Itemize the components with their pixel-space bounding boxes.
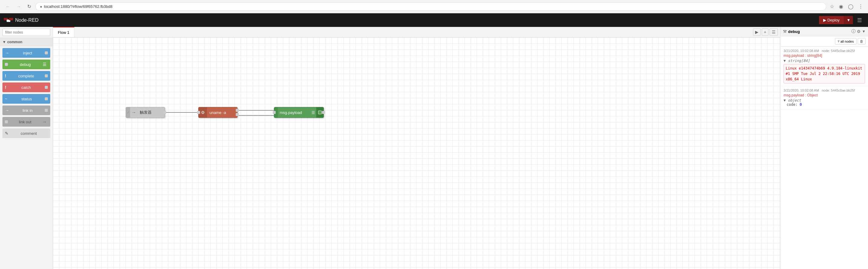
- debug-settings-button[interactable]: ⚙: [857, 29, 861, 34]
- deploy-arrow-button[interactable]: ▼: [844, 16, 853, 24]
- payload-right-indicator: [318, 111, 322, 114]
- back-button[interactable]: ←: [4, 3, 12, 10]
- debug-entry-1: 3/21/2020, 10:02:08 AM node: 5445c0ae.bb…: [780, 46, 868, 86]
- comment-icon: ✎: [5, 131, 8, 136]
- palette-node-comment[interactable]: ✎ comment: [2, 129, 50, 138]
- debug-clear-button[interactable]: 🗑: [858, 38, 866, 44]
- palette-node-catch[interactable]: ! catch: [2, 82, 50, 92]
- flow-tab-1-label: Flow 1: [58, 30, 69, 35]
- palette-node-link-out[interactable]: link out →: [2, 117, 50, 127]
- menu-btn[interactable]: ⋮: [857, 3, 864, 10]
- debug-title: debug: [788, 29, 850, 34]
- flow-tab-1[interactable]: Flow 1: [53, 27, 74, 37]
- reload-button[interactable]: ↻: [25, 2, 33, 10]
- svg-rect-2: [9, 18, 13, 20]
- flow-add-button[interactable]: +: [762, 28, 768, 36]
- bookmark-btn[interactable]: ☆: [829, 3, 835, 10]
- link-in-port-right: [45, 109, 48, 112]
- status-label: status: [8, 97, 45, 101]
- filter-icon: ▿: [838, 39, 840, 43]
- deploy-icon: ▶: [823, 18, 826, 22]
- palette-node-debug[interactable]: debug ☰: [2, 60, 50, 69]
- debug-toolbar: ▿ all nodes 🗑: [780, 36, 868, 46]
- trigger-icon: →: [130, 110, 137, 115]
- flow-tabs: Flow 1 ▶ + ☰: [53, 27, 780, 37]
- debug-label: debug: [8, 62, 43, 67]
- catch-label: catch: [7, 85, 45, 90]
- debug-entry-1-type: string[84]: [788, 59, 810, 63]
- flow-run-button[interactable]: ▶: [753, 28, 761, 36]
- palette-node-link-in[interactable]: → link in: [2, 105, 50, 115]
- complete-icon: !: [5, 73, 6, 78]
- flow-workspace: Flow 1 ▶ + ☰: [53, 27, 780, 269]
- flow-list-button[interactable]: ☰: [770, 28, 778, 36]
- debug-title-icon: ⚒: [783, 29, 787, 34]
- payload-port-right: [322, 111, 325, 114]
- debug-entry-2-link[interactable]: msg.payload : Object: [783, 93, 865, 97]
- url-text: localhost:1880/?#flow/69f65762.fb3bd8: [44, 4, 112, 9]
- debug-entry-1-node: node: 5445c0ae.bb25f: [822, 49, 855, 53]
- nodered-logo: Node-RED: [4, 17, 38, 23]
- debug-entry-2-object: code: 0: [786, 102, 865, 107]
- canvas-connections: [53, 37, 780, 269]
- topbar-right: ▶ Deploy ▼ ☰: [819, 16, 864, 25]
- canvas-area[interactable]: ✓ → 触发器 ⚙ uname -a: [53, 37, 780, 269]
- payload-label: msg.payload: [278, 110, 310, 115]
- debug-entry-2-timestamp: 3/21/2020, 10:02:08 AM: [783, 89, 819, 92]
- filter-nodes-input[interactable]: [2, 29, 50, 36]
- canvas-node-uname[interactable]: ⚙ uname -a: [198, 107, 238, 118]
- trigger-node-left: ✓: [126, 107, 130, 117]
- trigger-check-icon: ✓: [127, 111, 129, 114]
- palette-node-status[interactable]: ~ status: [2, 94, 50, 104]
- uname-gear-icon: ⚙: [201, 110, 205, 115]
- debug-entry-1-toggle[interactable]: ▼: [783, 59, 786, 63]
- topbar-title: Node-RED: [15, 18, 38, 23]
- debug-port-left: [5, 63, 8, 66]
- catch-port-right: [45, 86, 48, 89]
- uname-port-right-bottom: [236, 113, 239, 116]
- forward-button[interactable]: →: [14, 3, 23, 10]
- palette-node-inject[interactable]: → inject: [2, 48, 50, 58]
- debug-entry-2-prop-code: code: 0: [786, 102, 802, 107]
- node-palette: ▼ common → inject debug ☰ !: [0, 27, 53, 269]
- debug-entry-1-link[interactable]: msg.payload : string[84]: [783, 54, 865, 58]
- palette-node-complete[interactable]: ! complete: [2, 71, 50, 81]
- debug-content: 3/21/2020, 10:02:08 AM node: 5445c0ae.bb…: [780, 46, 868, 269]
- link-in-label: link in: [10, 108, 45, 113]
- debug-sidebar-collapse[interactable]: ▼: [862, 29, 866, 34]
- address-bar[interactable]: ● localhost:1880/?#flow/69f65762.fb3bd8: [35, 2, 826, 10]
- link-in-icon: →: [5, 108, 9, 113]
- comment-label: comment: [10, 131, 48, 136]
- category-toggle-icon: ▼: [2, 40, 6, 44]
- deploy-button[interactable]: ▶ Deploy: [819, 16, 844, 24]
- browser-chrome: ← → ↻ ● localhost:1880/?#flow/69f65762.f…: [0, 0, 868, 13]
- deploy-label: Deploy: [828, 18, 840, 22]
- debug-entry-2-toggle[interactable]: ▼: [783, 98, 786, 102]
- trigger-port-right: [163, 111, 166, 114]
- debug-entry-2-type: object: [788, 98, 801, 102]
- inject-icon: →: [5, 51, 9, 55]
- link-out-port-left: [5, 120, 8, 123]
- debug-filter-button[interactable]: ▿ all nodes: [835, 38, 857, 44]
- payload-port-left: [273, 111, 276, 114]
- topbar: Node-RED ▶ Deploy ▼ ☰: [0, 13, 868, 27]
- debug-entry-1-content: Linux e14347474b69 4.9.184-linuxkit #1 S…: [783, 64, 865, 83]
- logo-icon: [4, 17, 13, 23]
- uname-port-left: [197, 111, 200, 114]
- debug-entry-1-timestamp: 3/21/2020, 10:02:08 AM: [783, 49, 819, 53]
- debug-entry-2-meta: 3/21/2020, 10:02:08 AM node: 5445c0ae.bb…: [783, 89, 865, 92]
- canvas-node-payload[interactable]: msg.payload ☰: [274, 107, 324, 118]
- palette-nodes: → inject debug ☰ ! complete: [0, 46, 53, 140]
- profile-btn[interactable]: ◯: [847, 3, 855, 10]
- catch-icon: !: [5, 85, 6, 90]
- debug-info-button[interactable]: ⓘ: [851, 29, 856, 34]
- topbar-left: Node-RED: [4, 17, 38, 23]
- extensions-btn[interactable]: ◉: [838, 3, 844, 10]
- deploy-group: ▶ Deploy ▼: [819, 16, 853, 24]
- link-out-label: link out: [8, 120, 42, 124]
- topbar-menu-button[interactable]: ☰: [855, 16, 864, 25]
- palette-category-common[interactable]: ▼ common: [0, 38, 53, 46]
- debug-entry-2: 3/21/2020, 10:02:08 AM node: 5445c0ae.bb…: [780, 86, 868, 109]
- uname-label: uname -a: [207, 110, 237, 115]
- canvas-node-trigger[interactable]: ✓ → 触发器: [126, 107, 165, 118]
